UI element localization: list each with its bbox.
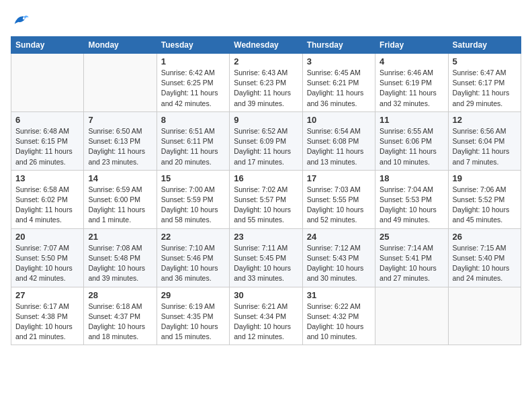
day-number: 23 xyxy=(234,232,298,242)
day-info: Sunrise: 6:17 AM Sunset: 4:38 PM Dayligh… xyxy=(15,302,79,342)
calendar-cell: 20Sunrise: 7:07 AM Sunset: 5:50 PM Dayli… xyxy=(11,228,84,287)
day-info: Sunrise: 6:42 AM Sunset: 6:25 PM Dayligh… xyxy=(161,68,225,109)
calendar-cell: 5Sunrise: 6:47 AM Sunset: 6:17 PM Daylig… xyxy=(448,54,521,112)
calendar-cell: 19Sunrise: 7:06 AM Sunset: 5:52 PM Dayli… xyxy=(448,170,521,228)
day-number: 1 xyxy=(161,56,225,66)
calendar-cell: 13Sunrise: 6:58 AM Sunset: 6:02 PM Dayli… xyxy=(11,170,84,228)
day-number: 12 xyxy=(453,115,517,125)
calendar-cell: 16Sunrise: 7:02 AM Sunset: 5:57 PM Dayli… xyxy=(230,170,302,228)
calendar-cell xyxy=(375,287,448,345)
day-number: 13 xyxy=(15,173,79,183)
calendar-cell: 30Sunrise: 6:21 AM Sunset: 4:34 PM Dayli… xyxy=(230,287,302,345)
calendar-cell: 29Sunrise: 6:19 AM Sunset: 4:35 PM Dayli… xyxy=(157,287,229,345)
day-info: Sunrise: 7:02 AM Sunset: 5:57 PM Dayligh… xyxy=(234,185,298,226)
day-info: Sunrise: 7:06 AM Sunset: 5:52 PM Dayligh… xyxy=(453,185,517,226)
day-info: Sunrise: 7:12 AM Sunset: 5:43 PM Dayligh… xyxy=(307,243,371,284)
calendar-cell: 31Sunrise: 6:22 AM Sunset: 4:32 PM Dayli… xyxy=(302,287,375,345)
day-info: Sunrise: 7:15 AM Sunset: 5:40 PM Dayligh… xyxy=(453,243,517,284)
day-info: Sunrise: 6:52 AM Sunset: 6:09 PM Dayligh… xyxy=(234,126,298,167)
day-info: Sunrise: 6:43 AM Sunset: 6:23 PM Dayligh… xyxy=(234,68,298,109)
calendar-cell: 28Sunrise: 6:18 AM Sunset: 4:37 PM Dayli… xyxy=(84,287,157,345)
page-header xyxy=(11,11,521,30)
day-number: 8 xyxy=(161,115,225,125)
day-number: 6 xyxy=(15,115,79,125)
calendar-cell: 27Sunrise: 6:17 AM Sunset: 4:38 PM Dayli… xyxy=(11,287,84,345)
day-number: 25 xyxy=(380,232,443,242)
day-number: 16 xyxy=(234,173,298,183)
calendar-header-row: SundayMondayTuesdayWednesdayThursdayFrid… xyxy=(11,37,521,54)
day-info: Sunrise: 6:59 AM Sunset: 6:00 PM Dayligh… xyxy=(88,185,152,226)
calendar-cell: 7Sunrise: 6:50 AM Sunset: 6:13 PM Daylig… xyxy=(84,111,157,170)
calendar-cell: 22Sunrise: 7:10 AM Sunset: 5:46 PM Dayli… xyxy=(157,228,229,287)
calendar-cell: 26Sunrise: 7:15 AM Sunset: 5:40 PM Dayli… xyxy=(448,228,521,287)
day-number: 31 xyxy=(307,290,371,300)
calendar-cell: 12Sunrise: 6:56 AM Sunset: 6:04 PM Dayli… xyxy=(448,111,521,170)
day-info: Sunrise: 7:00 AM Sunset: 5:59 PM Dayligh… xyxy=(161,185,225,226)
day-info: Sunrise: 6:47 AM Sunset: 6:17 PM Dayligh… xyxy=(453,68,517,109)
day-number: 24 xyxy=(307,232,371,242)
calendar-cell: 10Sunrise: 6:54 AM Sunset: 6:08 PM Dayli… xyxy=(302,111,375,170)
day-number: 4 xyxy=(380,56,443,66)
calendar-table: SundayMondayTuesdayWednesdayThursdayFrid… xyxy=(11,36,521,345)
calendar-cell: 15Sunrise: 7:00 AM Sunset: 5:59 PM Dayli… xyxy=(157,170,229,228)
calendar-week-row: 13Sunrise: 6:58 AM Sunset: 6:02 PM Dayli… xyxy=(11,170,521,228)
calendar-cell: 14Sunrise: 6:59 AM Sunset: 6:00 PM Dayli… xyxy=(84,170,157,228)
weekday-header: Thursday xyxy=(302,37,375,54)
day-number: 29 xyxy=(161,290,225,300)
weekday-header: Tuesday xyxy=(157,37,229,54)
day-number: 20 xyxy=(15,232,79,242)
day-info: Sunrise: 6:51 AM Sunset: 6:11 PM Dayligh… xyxy=(161,126,225,167)
day-number: 19 xyxy=(453,173,517,183)
calendar-week-row: 1Sunrise: 6:42 AM Sunset: 6:25 PM Daylig… xyxy=(11,54,521,112)
calendar-cell xyxy=(11,54,84,112)
day-info: Sunrise: 6:56 AM Sunset: 6:04 PM Dayligh… xyxy=(453,126,517,167)
calendar-cell: 9Sunrise: 6:52 AM Sunset: 6:09 PM Daylig… xyxy=(230,111,302,170)
day-info: Sunrise: 6:58 AM Sunset: 6:02 PM Dayligh… xyxy=(15,185,79,226)
day-number: 2 xyxy=(234,56,298,66)
day-info: Sunrise: 7:03 AM Sunset: 5:55 PM Dayligh… xyxy=(307,185,371,226)
calendar-cell: 3Sunrise: 6:45 AM Sunset: 6:21 PM Daylig… xyxy=(302,54,375,112)
day-number: 30 xyxy=(234,290,298,300)
calendar-week-row: 6Sunrise: 6:48 AM Sunset: 6:15 PM Daylig… xyxy=(11,111,521,170)
calendar-body: 1Sunrise: 6:42 AM Sunset: 6:25 PM Daylig… xyxy=(11,54,521,345)
day-info: Sunrise: 6:18 AM Sunset: 4:37 PM Dayligh… xyxy=(88,302,152,342)
day-info: Sunrise: 6:19 AM Sunset: 4:35 PM Dayligh… xyxy=(161,302,225,342)
day-number: 7 xyxy=(88,115,152,125)
day-info: Sunrise: 6:48 AM Sunset: 6:15 PM Dayligh… xyxy=(15,126,79,167)
calendar-cell: 4Sunrise: 6:46 AM Sunset: 6:19 PM Daylig… xyxy=(375,54,448,112)
day-number: 14 xyxy=(88,173,152,183)
calendar-cell: 24Sunrise: 7:12 AM Sunset: 5:43 PM Dayli… xyxy=(302,228,375,287)
day-number: 11 xyxy=(380,115,443,125)
day-number: 10 xyxy=(307,115,371,125)
day-info: Sunrise: 6:55 AM Sunset: 6:06 PM Dayligh… xyxy=(380,126,443,167)
day-number: 3 xyxy=(307,56,371,66)
day-number: 21 xyxy=(88,232,152,242)
calendar-cell xyxy=(84,54,157,112)
calendar-cell: 18Sunrise: 7:04 AM Sunset: 5:53 PM Dayli… xyxy=(375,170,448,228)
day-number: 17 xyxy=(307,173,371,183)
calendar-cell: 1Sunrise: 6:42 AM Sunset: 6:25 PM Daylig… xyxy=(157,54,229,112)
day-number: 22 xyxy=(161,232,225,242)
weekday-header: Friday xyxy=(375,37,448,54)
day-info: Sunrise: 7:11 AM Sunset: 5:45 PM Dayligh… xyxy=(234,243,298,284)
day-info: Sunrise: 6:21 AM Sunset: 4:34 PM Dayligh… xyxy=(234,302,298,342)
calendar-week-row: 20Sunrise: 7:07 AM Sunset: 5:50 PM Dayli… xyxy=(11,228,521,287)
weekday-header: Sunday xyxy=(11,37,84,54)
calendar-cell: 21Sunrise: 7:08 AM Sunset: 5:48 PM Dayli… xyxy=(84,228,157,287)
logo xyxy=(11,11,32,30)
day-info: Sunrise: 6:54 AM Sunset: 6:08 PM Dayligh… xyxy=(307,126,371,167)
day-number: 27 xyxy=(15,290,79,300)
calendar-cell: 6Sunrise: 6:48 AM Sunset: 6:15 PM Daylig… xyxy=(11,111,84,170)
logo-icon xyxy=(11,11,30,30)
calendar-cell: 25Sunrise: 7:14 AM Sunset: 5:41 PM Dayli… xyxy=(375,228,448,287)
calendar-cell: 23Sunrise: 7:11 AM Sunset: 5:45 PM Dayli… xyxy=(230,228,302,287)
day-info: Sunrise: 7:08 AM Sunset: 5:48 PM Dayligh… xyxy=(88,243,152,284)
day-info: Sunrise: 7:04 AM Sunset: 5:53 PM Dayligh… xyxy=(380,185,443,226)
calendar-cell: 17Sunrise: 7:03 AM Sunset: 5:55 PM Dayli… xyxy=(302,170,375,228)
calendar-cell: 2Sunrise: 6:43 AM Sunset: 6:23 PM Daylig… xyxy=(230,54,302,112)
day-number: 15 xyxy=(161,173,225,183)
calendar-cell xyxy=(448,287,521,345)
day-info: Sunrise: 6:22 AM Sunset: 4:32 PM Dayligh… xyxy=(307,302,371,342)
calendar-week-row: 27Sunrise: 6:17 AM Sunset: 4:38 PM Dayli… xyxy=(11,287,521,345)
day-info: Sunrise: 7:10 AM Sunset: 5:46 PM Dayligh… xyxy=(161,243,225,284)
